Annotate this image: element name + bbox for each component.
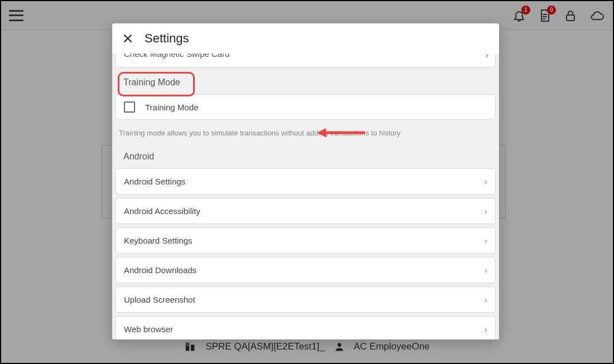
chevron-right-icon: › xyxy=(485,324,487,334)
list-item-label: Android Settings xyxy=(124,177,185,186)
chevron-right-icon: › xyxy=(485,295,487,304)
list-item[interactable]: Android Accessibility › xyxy=(116,198,496,224)
training-mode-row[interactable]: Training Mode xyxy=(116,94,496,120)
list-item-label: Check Magnetic Swipe Card xyxy=(124,54,229,59)
list-item[interactable]: Upload Screenshot › xyxy=(116,287,496,313)
close-icon[interactable] xyxy=(120,31,136,46)
list-item-label: Web browser xyxy=(124,324,173,334)
chevron-right-icon: › xyxy=(486,54,488,60)
list-item[interactable]: Keyboard Settings › xyxy=(116,227,496,254)
section-header-label: Android xyxy=(123,152,154,161)
list-item-label: Upload Screenshot xyxy=(124,295,195,304)
section-header-label: Training Mode xyxy=(123,77,180,87)
list-item-label: Keyboard Settings xyxy=(124,236,193,245)
section-header-android: Android xyxy=(116,145,496,168)
list-item[interactable]: Android Settings › xyxy=(116,168,496,195)
training-mode-label: Training Mode xyxy=(145,103,198,112)
training-mode-checkbox[interactable] xyxy=(124,101,135,113)
modal-title: Settings xyxy=(145,31,189,46)
chevron-right-icon: › xyxy=(485,177,487,186)
list-item[interactable]: Web browser › xyxy=(116,316,496,339)
list-item-label: Android Downloads xyxy=(124,265,196,275)
list-item-label: Android Accessibility xyxy=(124,206,200,216)
list-item[interactable]: Android Downloads › xyxy=(116,257,496,283)
list-item[interactable]: Check Magnetic Swipe Card › xyxy=(116,54,496,67)
chevron-right-icon: › xyxy=(485,265,487,275)
training-mode-help-text: Training mode allows you to simulate tra… xyxy=(116,123,496,145)
modal-header: Settings xyxy=(112,23,499,54)
modal-body: Check Magnetic Swipe Card › Training Mod… xyxy=(112,54,499,339)
chevron-right-icon: › xyxy=(485,206,487,216)
settings-modal: Settings Check Magnetic Swipe Card › Tra… xyxy=(112,23,499,339)
chevron-right-icon: › xyxy=(485,236,487,245)
section-header-training: Training Mode xyxy=(116,71,496,94)
